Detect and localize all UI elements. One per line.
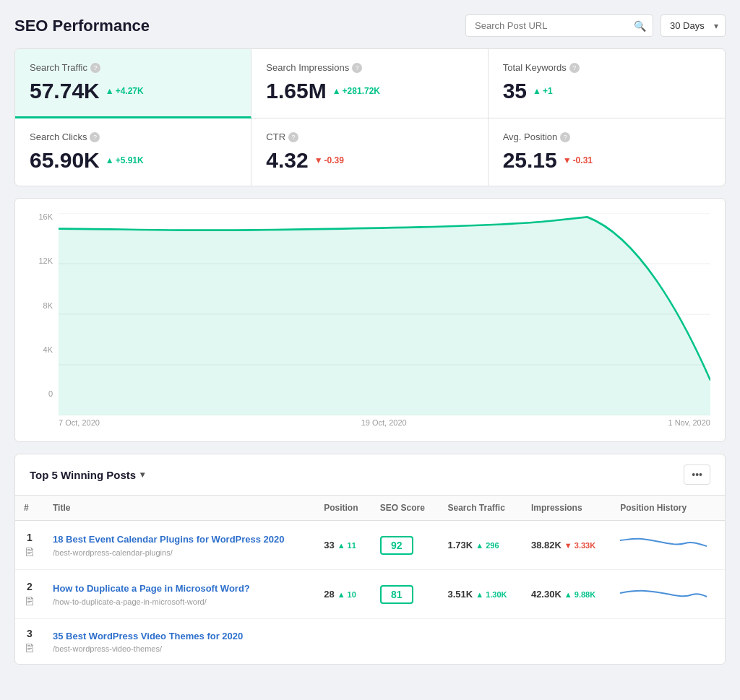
col-seo-score: SEO Score	[371, 496, 439, 521]
col-impressions: Impressions	[522, 496, 611, 521]
y-label-12k: 12K	[30, 257, 53, 265]
row3-seo-score-cell	[371, 619, 439, 665]
row3-post-url: /best-wordpress-video-themes/	[53, 644, 306, 653]
search-url-wrapper: 🔍	[465, 14, 653, 37]
table-header-row: # Title Position SEO Score Search Traffi…	[15, 496, 725, 521]
row2-impressions-change: ▲ 9.88K	[564, 590, 595, 599]
search-impressions-value: 1.65M	[266, 79, 326, 103]
avg-position-help-icon[interactable]: ?	[560, 132, 570, 142]
row1-impressions-value: 38.82K	[531, 540, 562, 550]
row1-post-url: /best-wordpress-calendar-plugins/	[53, 548, 306, 557]
search-clicks-help-icon[interactable]: ?	[90, 132, 100, 142]
posts-card: Top 5 Winning Posts ▾ ••• # Title Positi…	[14, 454, 726, 665]
col-position-history: Position History	[611, 496, 725, 521]
total-keywords-value: 35	[503, 79, 527, 103]
row1-position-change: ▲ 11	[337, 541, 356, 550]
col-search-traffic: Search Traffic	[439, 496, 522, 521]
search-clicks-change: ▲ +5.91K	[106, 155, 144, 165]
posts-title-chevron-icon: ▾	[140, 470, 145, 480]
row1-traffic-value: 1.73K	[448, 540, 473, 550]
row3-position-cell	[315, 619, 371, 665]
chart-area: 16K 12K 8K 4K 0	[30, 213, 710, 415]
row2-traffic-value: 3.51K	[448, 589, 473, 600]
row1-title-cell: 18 Best Event Calendar Plugins for WordP…	[44, 521, 315, 570]
row1-impressions-cell: 38.82K ▼ 3.33K	[522, 521, 611, 570]
search-impressions-help-icon[interactable]: ?	[352, 63, 362, 73]
row2-seo-badge: 81	[380, 585, 413, 604]
stat-search-impressions: Search Impressions ? 1.65M ▲ +281.72K	[251, 49, 488, 118]
avg-position-change: ▼ -0.31	[563, 155, 593, 165]
search-impressions-label: Search Impressions	[266, 62, 349, 73]
search-icon[interactable]: 🔍	[634, 20, 646, 32]
row2-traffic-cell: 3.51K ▲ 1.30K	[439, 570, 522, 619]
row3-traffic-cell	[439, 619, 522, 665]
y-label-0: 0	[30, 390, 53, 398]
posts-table: # Title Position SEO Score Search Traffi…	[15, 496, 725, 664]
col-num: #	[15, 496, 44, 521]
search-clicks-value: 65.90K	[30, 148, 100, 173]
search-traffic-help-icon[interactable]: ?	[90, 63, 100, 73]
row2-position-change: ▲ 10	[337, 590, 356, 599]
col-title: Title	[44, 496, 315, 521]
row3-history-cell	[611, 619, 725, 665]
row3-num-cell: 3 🖹	[15, 619, 44, 665]
total-keywords-change: ▲ +1	[533, 86, 553, 96]
table-row: 2 🖹 How to Duplicate a Page in Microsoft…	[15, 570, 725, 619]
row1-mini-chart	[620, 530, 716, 561]
search-traffic-change: ▲ +4.27K	[106, 86, 144, 96]
search-url-input[interactable]	[465, 14, 653, 37]
chart-inner	[59, 213, 710, 415]
search-clicks-label: Search Clicks	[30, 131, 87, 142]
page-title: SEO Performance	[14, 17, 150, 35]
row3-post-title[interactable]: 35 Best WordPress Video Themes for 2020	[53, 630, 306, 643]
row1-seo-score-cell: 92	[371, 521, 439, 570]
x-axis-labels: 7 Oct, 2020 19 Oct, 2020 1 Nov, 2020	[30, 418, 710, 427]
avg-position-value: 25.15	[503, 148, 557, 173]
search-traffic-value: 57.74K	[30, 79, 100, 103]
ctr-value: 4.32	[266, 148, 308, 173]
y-label-8k: 8K	[30, 302, 53, 310]
row1-history-cell	[611, 521, 725, 570]
row1-traffic-cell: 1.73K ▲ 296	[439, 521, 522, 570]
row2-post-title[interactable]: How to Duplicate a Page in Microsoft Wor…	[53, 582, 306, 595]
x-label-mid: 19 Oct, 2020	[361, 418, 407, 427]
row1-post-title[interactable]: 18 Best Event Calendar Plugins for WordP…	[53, 533, 306, 546]
posts-title[interactable]: Top 5 Winning Posts ▾	[30, 469, 145, 481]
ctr-help-icon[interactable]: ?	[288, 132, 298, 142]
row1-position-value: 33	[324, 540, 334, 550]
search-traffic-label: Search Traffic	[30, 62, 87, 73]
chart-svg	[59, 213, 710, 415]
total-keywords-help-icon[interactable]: ?	[569, 63, 580, 73]
row3-title-cell: 35 Best WordPress Video Themes for 2020 …	[44, 619, 315, 665]
row2-history-cell	[611, 570, 725, 619]
table-row: 1 🖹 18 Best Event Calendar Plugins for W…	[15, 521, 725, 570]
total-keywords-label: Total Keywords	[503, 62, 567, 73]
row3-impressions-cell	[522, 619, 611, 665]
row2-mini-chart	[620, 579, 716, 610]
row2-post-url: /how-to-duplicate-a-page-in-microsoft-wo…	[53, 597, 306, 606]
row1-traffic-change: ▲ 296	[476, 541, 499, 550]
avg-position-label: Avg. Position	[503, 131, 558, 142]
chart-card: 16K 12K 8K 4K 0	[14, 198, 726, 442]
stats-grid: Search Traffic ? 57.74K ▲ +4.27K Search …	[14, 48, 726, 186]
y-label-16k: 16K	[30, 213, 53, 221]
days-select[interactable]: 30 Days 7 Days 90 Days	[661, 14, 726, 37]
posts-header: Top 5 Winning Posts ▾ •••	[15, 454, 725, 496]
stat-avg-position: Avg. Position ? 25.15 ▼ -0.31	[489, 118, 725, 186]
x-label-start: 7 Oct, 2020	[59, 418, 100, 427]
more-options-button[interactable]: •••	[684, 464, 710, 485]
row1-position-cell: 33 ▲ 11	[315, 521, 371, 570]
row2-impressions-value: 42.30K	[531, 589, 562, 600]
row2-impressions-cell: 42.30K ▲ 9.88K	[522, 570, 611, 619]
row2-num-cell: 2 🖹	[15, 570, 44, 619]
row1-impressions-change: ▼ 3.33K	[564, 541, 595, 550]
row1-num-cell: 1 🖹	[15, 521, 44, 570]
y-label-4k: 4K	[30, 346, 53, 354]
row2-position-cell: 28 ▲ 10	[315, 570, 371, 619]
col-position: Position	[315, 496, 371, 521]
row2-seo-score-cell: 81	[371, 570, 439, 619]
ctr-label: CTR	[266, 131, 285, 142]
search-impressions-change: ▲ +281.72K	[332, 86, 380, 96]
ctr-change: ▼ -0.39	[314, 155, 344, 165]
row2-position-value: 28	[324, 589, 334, 600]
